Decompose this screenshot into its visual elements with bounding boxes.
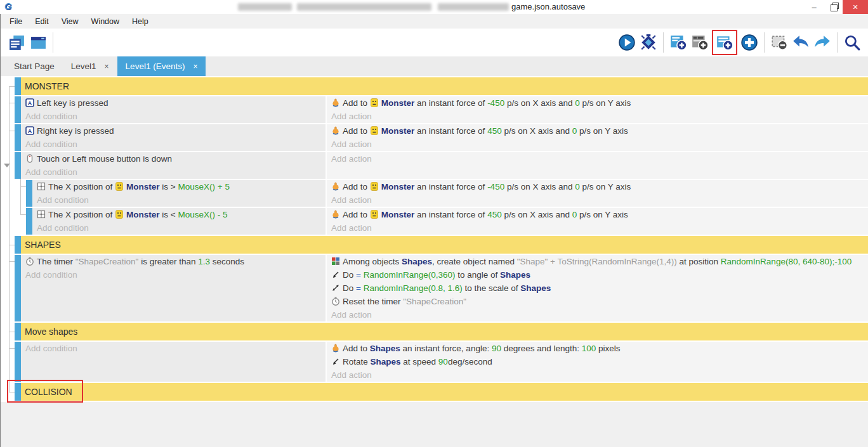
add-condition-button[interactable]: Add condition xyxy=(32,221,326,235)
add-event-button[interactable] xyxy=(667,32,689,53)
collision-group-header[interactable]: COLLISION xyxy=(21,383,868,401)
menu-window[interactable]: Window xyxy=(85,17,126,26)
debug-button[interactable] xyxy=(638,32,659,53)
add-condition-button[interactable]: Add condition xyxy=(21,165,326,179)
action-line[interactable]: Add to Monster an instant force of 450 p… xyxy=(327,208,868,221)
add-condition-button[interactable]: Add condition xyxy=(21,268,326,282)
choose-and-add-event-button[interactable] xyxy=(739,32,760,53)
action-line[interactable]: Among objects Shapes, create object name… xyxy=(327,255,868,268)
start-page-icon xyxy=(30,34,47,51)
search-button[interactable] xyxy=(841,32,863,53)
menu-help[interactable]: Help xyxy=(126,17,155,26)
text-segment: The timer xyxy=(37,257,76,266)
condition-line[interactable]: The timer "ShapeCreation" is greater tha… xyxy=(21,255,326,268)
tab-close-icon[interactable]: × xyxy=(105,62,109,71)
text-segment: deg/second xyxy=(448,357,492,366)
add-action-button[interactable]: Add action xyxy=(327,110,868,123)
minimize-button[interactable]: – xyxy=(805,0,824,14)
tab-label: Level1 xyxy=(71,62,96,71)
text-segment: Shapes xyxy=(520,283,551,293)
actions-cell: Add to Monster an instant force of 450 p… xyxy=(326,124,868,151)
add-action-button[interactable]: Add action xyxy=(327,368,868,382)
text-segment: MouseX() - 5 xyxy=(178,210,227,219)
undo-button[interactable] xyxy=(790,32,812,53)
text-segment: seconds xyxy=(210,257,244,266)
add-condition-button[interactable]: Add condition xyxy=(32,193,326,207)
text-segment: Monster xyxy=(381,182,415,191)
tab-close-icon[interactable]: × xyxy=(193,62,197,71)
text-segment: p/s on Y axis xyxy=(580,182,631,191)
menu-view[interactable]: View xyxy=(55,17,85,26)
condition-line[interactable]: Touch or Left mouse button is down xyxy=(21,152,326,165)
add-standard-event-icon xyxy=(716,34,733,51)
add-condition-button[interactable]: Add condition xyxy=(21,342,326,355)
title-bar: G game.json.autosave – ✕ xyxy=(0,0,868,14)
text-segment: Among objects xyxy=(343,257,402,266)
tree-rail xyxy=(1,208,26,235)
close-button[interactable]: ✕ xyxy=(843,0,868,14)
tab-level1-events[interactable]: Level1 (Events) × xyxy=(117,56,206,76)
group-title: MONSTER xyxy=(25,81,69,91)
restore-button[interactable] xyxy=(824,0,843,14)
rotate-icon xyxy=(331,357,343,366)
text-segment: -450 xyxy=(487,98,504,108)
delete-event-button[interactable] xyxy=(768,32,790,53)
blurred-title-segment xyxy=(297,3,431,11)
tree-rail xyxy=(1,96,15,123)
text-segment: Left key is pressed xyxy=(37,98,109,108)
text-segment: Add to xyxy=(343,126,370,136)
project-manager-button[interactable] xyxy=(6,32,27,53)
text-segment: Add to xyxy=(343,344,370,353)
hand-icon xyxy=(331,98,343,108)
events-sheet: MONSTERALeft key is pressedAdd condition… xyxy=(1,76,868,447)
add-comment-button[interactable] xyxy=(689,32,711,53)
condition-line[interactable]: ARight key is pressed xyxy=(21,124,326,138)
redo-button[interactable] xyxy=(812,32,833,53)
add-action-button[interactable]: Add action xyxy=(327,138,868,151)
hand-icon xyxy=(331,126,343,136)
add-action-button[interactable]: Add action xyxy=(327,193,868,207)
timer-icon xyxy=(331,297,343,306)
action-line[interactable]: Add to Monster an instant force of -450 … xyxy=(327,180,868,193)
condition-line[interactable]: The X position of Monster is < MouseX() … xyxy=(32,208,326,221)
condition-line[interactable]: ALeft key is pressed xyxy=(21,96,326,110)
conditions-cell: The X position of Monster is < MouseX() … xyxy=(32,208,326,235)
action-line[interactable]: Add to Monster an instant force of -450 … xyxy=(327,96,868,110)
action-line[interactable]: Add to Monster an instant force of 450 p… xyxy=(327,124,868,138)
action-line[interactable]: Add to Shapes an instant force, angle: 9… xyxy=(327,342,868,355)
text-segment: "ShapeCreation" xyxy=(403,297,466,306)
add-action-button[interactable]: Add action xyxy=(327,152,868,165)
add-action-button[interactable]: Add action xyxy=(327,308,868,321)
menu-bar: File Edit View Window Help xyxy=(1,14,868,29)
actions-cell: Among objects Shapes, create object name… xyxy=(326,255,868,321)
text-segment: p/s on X axis and xyxy=(504,98,575,108)
event-row: Add conditionAdd to Shapes an instant fo… xyxy=(1,342,868,382)
action-line[interactable]: Do = RandomInRange(0.8, 1.6) to the scal… xyxy=(327,282,868,295)
tab-level1[interactable]: Level1 × xyxy=(63,56,117,76)
shapes-group-header[interactable]: SHAPES xyxy=(21,236,868,254)
text-segment: = xyxy=(356,270,364,280)
text-segment: at speed xyxy=(401,357,438,366)
menu-file[interactable]: File xyxy=(3,17,29,26)
add-condition-button[interactable]: Add condition xyxy=(21,110,326,123)
action-line[interactable]: Rotate Shapes at speed 90deg/second xyxy=(327,355,868,368)
add-condition-button[interactable]: Add condition xyxy=(21,138,326,151)
action-line[interactable]: Do = RandomInRange(0,360) to angle of Sh… xyxy=(327,268,868,282)
tab-start-page[interactable]: Start Page xyxy=(6,56,63,76)
monster-group-header[interactable]: MONSTER xyxy=(21,77,868,95)
text-segment: an instant force of xyxy=(414,182,487,191)
move-shapes-group-header[interactable]: Move shapes xyxy=(21,323,868,340)
preview-button[interactable] xyxy=(616,32,638,53)
add-standard-event-button[interactable] xyxy=(714,32,735,53)
event-row: The X position of Monster is > MouseX() … xyxy=(1,180,868,207)
position-icon xyxy=(37,210,48,219)
action-line[interactable]: Reset the timer "ShapeCreation" xyxy=(327,295,868,308)
add-action-button[interactable]: Add action xyxy=(327,221,868,235)
text-segment: Shapes xyxy=(500,270,530,280)
menu-edit[interactable]: Edit xyxy=(29,17,55,26)
text-segment: Add to xyxy=(343,182,370,191)
text-segment: Right key is pressed xyxy=(37,126,114,136)
condition-line[interactable]: The X position of Monster is > MouseX() … xyxy=(32,180,326,193)
start-page-button[interactable] xyxy=(27,32,49,53)
group-title: SHAPES xyxy=(25,240,61,250)
